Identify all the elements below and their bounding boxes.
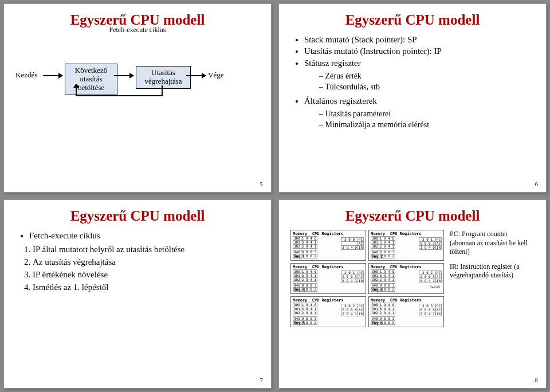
step-tile: Memory CPU Registers 3001 9 4 03015 9 4 … [290, 263, 366, 294]
loop-arrow-icon [65, 84, 185, 105]
slide-4: Egyszerű CPU modell Memory CPU Registers… [278, 199, 547, 389]
slide-title: Egyszerű CPU modell [290, 208, 535, 224]
bullet: Általános regiszterek [304, 95, 535, 107]
arrow-icon [43, 75, 62, 76]
arrow-icon [114, 75, 133, 76]
steps-list: IP által mutatott helyről az utasítás be… [19, 244, 260, 293]
slide-title: Egyszerű CPU modell [290, 12, 535, 28]
step-item: Ismétlés az 1. lépéstől [33, 281, 260, 294]
sub-bullet: Túlcsordulás, stb [319, 82, 535, 93]
note-ir: IR: Instruction register (a végrehajtand… [450, 262, 535, 280]
svg-marker-0 [73, 84, 79, 88]
step-item: Az utasítás végrehajtása [33, 256, 260, 269]
lead-list: Fetch-execute ciklus [19, 230, 260, 241]
step-tile: Memory CPU Registers 3001 9 4 03015 9 4 … [368, 230, 444, 261]
step-tile: Memory CPU Registers 3001 9 4 03015 9 4 … [290, 296, 366, 327]
bullet-list: Stack mutató (Stack pointer): SP Utasítá… [294, 34, 535, 131]
lead-bullet: Fetch-execute ciklus [29, 230, 260, 241]
cpu-steps-diagram: Memory CPU Registers 3001 9 4 03015 9 4 … [290, 230, 444, 327]
page-number: 5 [260, 181, 264, 187]
side-notes: PC: Program counter (ahonnan az utasítás… [450, 230, 535, 327]
note-pc: PC: Program counter (ahonnan az utasítás… [450, 230, 535, 257]
slide-1: Egyszerű CPU modell Fetch-execute ciklus… [3, 3, 272, 193]
flow-end: Vége [208, 70, 223, 80]
flow-start: Kezdés [15, 70, 37, 80]
step-tile: Memory CPU Registers 3001 9 4 03015 9 4 … [368, 296, 444, 327]
step-item: IP által mutatott helyről az utasítás be… [33, 244, 260, 256]
subtitle: Fetch-execute ciklus [15, 26, 260, 34]
step-item: IP értékének növelése [33, 269, 260, 281]
page-number: 7 [260, 377, 264, 383]
page-number: 6 [535, 181, 539, 187]
slide-3: Egyszerű CPU modell Fetch-execute ciklus… [3, 199, 272, 389]
sub-bullet: Utasítás paraméterei [319, 109, 535, 120]
slide-title: Egyszerű CPU modell [15, 208, 260, 224]
bullet: Státusz regiszter [304, 57, 535, 69]
slide-2: Egyszerű CPU modell Stack mutató (Stack … [278, 3, 547, 193]
bullet: Utasítás mutató (Instruction pointer): I… [304, 45, 535, 57]
bullet: Stack mutató (Stack pointer): SP [304, 34, 535, 45]
step-tile: Memory CPU Registers 3001 9 4 03015 9 4 … [290, 230, 366, 261]
arrow-icon [186, 75, 206, 76]
sub-bullet: Minimalizálja a memória elérést [319, 120, 535, 131]
sub-bullet: Zérus érték [319, 71, 535, 82]
flow-diagram: Kezdés Következő utasítás betöltése Utas… [15, 49, 260, 112]
step-tile: Memory CPU Registers 3001 9 4 03015 9 4 … [368, 263, 444, 294]
page-number: 8 [535, 377, 539, 383]
